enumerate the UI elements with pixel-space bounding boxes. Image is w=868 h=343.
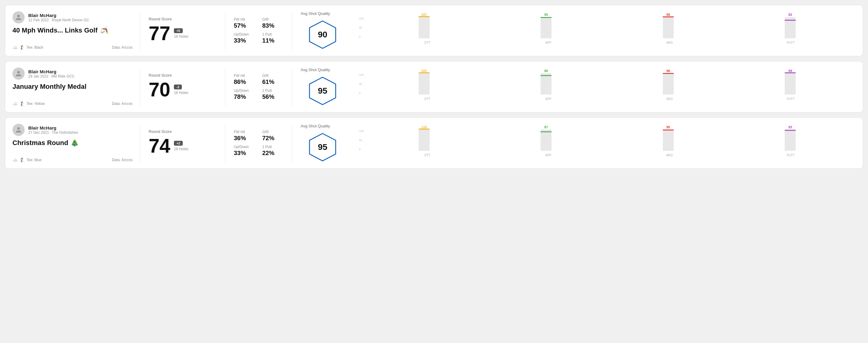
gir-label: GIR xyxy=(262,73,284,78)
bar-value: 99 xyxy=(788,69,792,73)
bar-value: 86 xyxy=(544,69,548,73)
data-source: Data: Arccos xyxy=(112,45,132,50)
score-details: +5 18 Holes xyxy=(174,28,188,39)
round-date: 12 Feb 2022 · Royal North Devon GC xyxy=(28,18,89,22)
score-diff-badge: -2 xyxy=(174,85,182,89)
bar-line xyxy=(785,130,796,131)
updown-stat: Up/Down 78% xyxy=(234,89,255,100)
player-info: Blair McHarg 27 Dec 2021 · The Oxfordshi… xyxy=(28,125,78,135)
bar-line xyxy=(540,17,552,18)
player-header: Blair McHarg 12 Feb 2022 · Royal North D… xyxy=(12,11,132,23)
bar-value: 87 xyxy=(544,125,548,129)
score-section: Round Score 74 +2 18 Holes xyxy=(140,124,225,162)
round-date: 29 Jan 2022 · Mill Ride GCC xyxy=(28,74,74,79)
bar-background xyxy=(785,73,796,95)
chart-bar-group: 99 xyxy=(731,69,850,95)
oneputt-value: 11% xyxy=(262,37,284,44)
avatar xyxy=(12,124,25,136)
bar-background xyxy=(540,129,552,151)
chart-bar-group: 87 xyxy=(487,125,606,151)
fw-hit-label: FW Hit xyxy=(234,73,255,78)
bar-xlabel: OTT xyxy=(369,41,486,44)
fw-hit-label: FW Hit xyxy=(234,17,255,22)
bar-background xyxy=(663,129,674,151)
quality-section: Avg Shot Quality 90 xyxy=(292,11,353,50)
oneputt-label: 1 Putt xyxy=(262,32,284,36)
bag-icon: 🏌 xyxy=(20,157,25,162)
score-value: 74 xyxy=(149,136,170,156)
gir-stat: GIR 61% xyxy=(262,73,284,86)
quality-label: Avg Shot Quality xyxy=(301,124,330,128)
score-value: 77 xyxy=(149,24,170,43)
stats-grid: FW Hit 36% GIR 72% Up/Down 33% 1 Putt 22… xyxy=(234,130,283,157)
player-header: Blair McHarg 29 Jan 2022 · Mill Ride GCC xyxy=(12,67,132,80)
bar-line xyxy=(663,73,674,74)
player-name: Blair McHarg xyxy=(28,125,78,130)
chart-bar-group: 98 xyxy=(609,13,727,38)
bar-xlabel: PUTT xyxy=(732,41,850,44)
chart-bar-group: 96 xyxy=(609,69,727,95)
title-emoji: 🎄 xyxy=(70,139,79,147)
chart-bar-group: 82 xyxy=(731,13,850,38)
tee-info: ☁️ 🏌 Tee: Yellow xyxy=(12,101,45,106)
score-diff-badge: +5 xyxy=(174,28,183,33)
score-details: +2 18 Holes xyxy=(174,141,188,151)
updown-label: Up/Down xyxy=(234,32,255,36)
score-row: 70 -2 18 Holes xyxy=(149,80,216,99)
holes-label: 18 Holes xyxy=(174,91,188,95)
bag-icon: 🏌 xyxy=(20,101,25,106)
stats-section: FW Hit 86% GIR 61% Up/Down 78% 1 Putt 56… xyxy=(225,67,292,106)
round-title: Christmas Round 🎄 xyxy=(12,139,132,147)
bag-icon: 🏌 xyxy=(20,45,25,50)
oneputt-label: 1 Putt xyxy=(262,89,284,93)
chart-bar-group: 93 xyxy=(731,125,850,151)
fw-hit-stat: FW Hit 86% xyxy=(234,73,255,86)
stats-grid: FW Hit 57% GIR 83% Up/Down 33% 1 Putt 11… xyxy=(234,17,283,44)
bar-background xyxy=(663,17,674,38)
bar-xlabel: ARG xyxy=(611,154,728,157)
quality-section: Avg Shot Quality 95 xyxy=(292,67,353,106)
fw-hit-stat: FW Hit 36% xyxy=(234,130,255,142)
chart-bar-group: 86 xyxy=(487,69,606,95)
data-source: Data: Arccos xyxy=(112,101,132,106)
score-diff-badge: +2 xyxy=(174,141,183,146)
fw-hit-value: 36% xyxy=(234,135,255,142)
stats-section: FW Hit 36% GIR 72% Up/Down 33% 1 Putt 22… xyxy=(225,124,292,162)
player-header: Blair McHarg 27 Dec 2021 · The Oxfordshi… xyxy=(12,124,132,136)
title-emoji: 🪃 xyxy=(100,27,108,34)
holes-label: 18 Holes xyxy=(174,147,188,151)
bar-line xyxy=(540,131,552,132)
score-section: Round Score 70 -2 18 Holes xyxy=(140,67,225,106)
quality-section: Avg Shot Quality 95 xyxy=(292,124,353,162)
left-section: Blair McHarg 12 Feb 2022 · Royal North D… xyxy=(12,11,140,50)
round-date: 27 Dec 2021 · The Oxfordshire xyxy=(28,130,78,135)
gir-value: 72% xyxy=(262,135,284,142)
bar-xlabel: OTT xyxy=(369,97,486,101)
player-name: Blair McHarg xyxy=(28,69,74,74)
bar-line xyxy=(663,17,674,17)
oneputt-stat: 1 Putt 11% xyxy=(262,32,284,44)
quality-label: Avg Shot Quality xyxy=(301,67,330,72)
tee-label: Tee: Black xyxy=(26,45,43,50)
holes-label: 18 Holes xyxy=(174,34,188,39)
hexagon-container: 95 xyxy=(307,132,338,162)
bar-xlabel: APP xyxy=(490,41,608,44)
bar-line xyxy=(663,129,674,130)
round-card: Blair McHarg 27 Dec 2021 · The Oxfordshi… xyxy=(5,117,863,169)
bar-line xyxy=(785,20,796,21)
bar-value: 96 xyxy=(666,69,670,73)
chart-section: 100 50 0 107 95 98 xyxy=(353,11,856,50)
updown-value: 78% xyxy=(234,93,255,100)
bar-line xyxy=(785,72,796,73)
fw-hit-label: FW Hit xyxy=(234,130,255,134)
round-title: 40 Mph Winds... Links Golf 🪃 xyxy=(12,27,132,34)
chart-section: 100 50 0 110 87 95 xyxy=(353,124,856,162)
player-info: Blair McHarg 29 Jan 2022 · Mill Ride GCC xyxy=(28,69,74,79)
updown-stat: Up/Down 33% xyxy=(234,32,255,44)
score-row: 77 +5 18 Holes xyxy=(149,24,216,43)
chart-bar-group: 110 xyxy=(365,125,484,151)
fw-hit-value: 57% xyxy=(234,22,255,29)
weather-icon: ☁️ xyxy=(12,45,18,50)
score-details: -2 18 Holes xyxy=(174,85,188,95)
bar-background xyxy=(418,73,430,95)
